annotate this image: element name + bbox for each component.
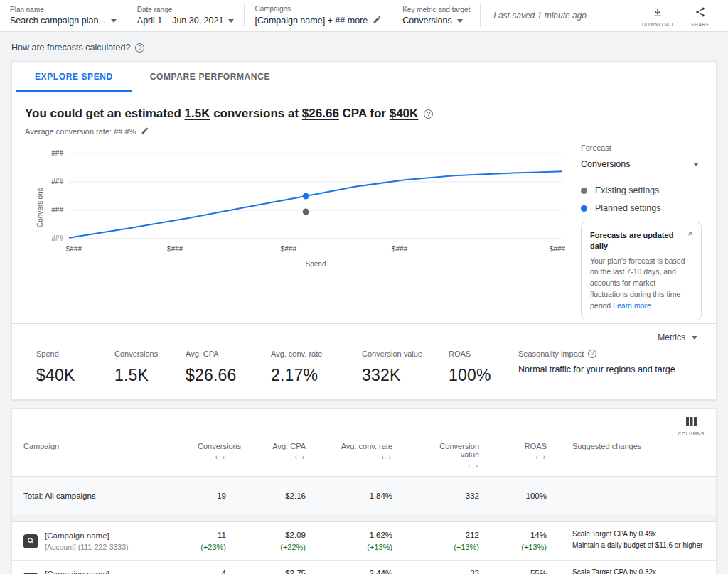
cell-roas: 55% <box>508 569 547 574</box>
metric-roas: ROAS 100% <box>449 350 518 385</box>
tab-explore-spend[interactable]: EXPLORE SPEND <box>16 62 132 92</box>
learn-more-link[interactable]: Learn more <box>613 301 651 310</box>
headline-spend: $40K <box>390 107 419 120</box>
edit-pencil-icon[interactable] <box>373 15 382 26</box>
table-row-total: Total: All campaigns 19 $2.16 1.84% 332 … <box>12 477 717 514</box>
x-axis-tick: $### <box>167 245 183 253</box>
help-icon[interactable]: ? <box>588 350 596 358</box>
help-icon[interactable]: ? <box>135 43 144 53</box>
forecast-chart <box>69 153 562 239</box>
campaigns-table-card: COLUMNS Campaign Conversions‹ › Avg. CPA… <box>11 408 717 574</box>
forecast-help-row: How are forecasts calculated? ? <box>0 32 728 61</box>
legend-label: Planned settings <box>595 203 660 213</box>
cell-avg-conv-rate: 1.62% <box>334 531 392 539</box>
y-axis-tick: ### <box>39 178 63 185</box>
sort-icon[interactable]: ‹ › <box>198 453 226 461</box>
column-header-conversions[interactable]: Conversions‹ › <box>186 438 243 477</box>
forecast-panel: Forecast Conversions Existing settings P… <box>562 144 705 320</box>
x-axis-tick: $### <box>392 245 407 253</box>
x-axis-title: Spend <box>69 255 562 278</box>
metric-label: ROAS <box>449 350 518 358</box>
y-axis-tick: ### <box>39 206 63 214</box>
headline-cpa: $26.66 <box>302 107 339 120</box>
x-axis-tick: $### <box>550 245 565 253</box>
legend-label: Existing settings <box>595 185 659 195</box>
table-row: [Campaign name] [Account] (111-222-3333)… <box>12 561 717 574</box>
chart-x-ticks: $###$###$###$###$### <box>69 245 562 255</box>
share-button-label: SHARE <box>691 22 710 27</box>
column-header-avg-conv-rate[interactable]: Avg. conv. rate‹ › <box>323 438 410 477</box>
column-header-avg-cpa[interactable]: Avg. CPA‹ › <box>243 438 323 477</box>
cell-avg-cpa: $2.75 <box>255 569 306 574</box>
metrics-menu-button[interactable]: Metrics <box>658 332 697 342</box>
forecast-headline: You could get an estimated 1.5K conversi… <box>12 92 716 125</box>
columns-button[interactable]: COLUMNS <box>678 416 705 436</box>
metrics-menu-label: Metrics <box>658 332 685 342</box>
total-label: Total: All campaigns <box>23 492 96 500</box>
y-axis-tick: ### <box>39 149 63 157</box>
chevron-down-icon <box>693 163 699 166</box>
sort-icon[interactable]: ‹ › <box>508 453 547 461</box>
tab-compare-performance[interactable]: COMPARE PERFORMANCE <box>132 62 289 92</box>
total-conversion-value: 332 <box>466 492 479 500</box>
metric-value: $40K <box>36 366 114 385</box>
edit-pencil-icon[interactable] <box>141 126 149 136</box>
forecast-info-box: Forecasts are updated daily × Your plan'… <box>581 222 702 320</box>
share-icon <box>695 6 706 21</box>
x-axis-tick: $### <box>281 245 296 253</box>
sort-icon[interactable]: ‹ › <box>334 453 392 461</box>
download-button[interactable]: DOWNLOAD <box>638 5 677 27</box>
metric-value: 2.17% <box>271 366 362 385</box>
column-header-suggested-changes: Suggested changes <box>564 438 717 477</box>
existing-settings-point[interactable] <box>303 209 309 215</box>
cell-delta: (+13%) <box>334 543 392 551</box>
cell-avg-conv-rate: 2.44% <box>334 569 392 574</box>
campaigns-value: [Campaign name] + ## more <box>255 16 368 26</box>
column-header-conversion-value[interactable]: Conversion value‹ › <box>410 438 496 477</box>
seasonality-value: Normal traffic for your regions and targ… <box>518 364 705 374</box>
total-conversions: 19 <box>217 492 226 500</box>
suggested-change: Scale Target CPA by 0.49x <box>572 529 712 541</box>
campaign-name[interactable]: [Campaign name] <box>45 570 129 574</box>
y-axis-tick: ### <box>39 234 63 242</box>
sort-icon[interactable]: ‹ › <box>421 462 479 470</box>
column-header-roas[interactable]: ROAS‹ › <box>496 438 564 477</box>
cell-delta: (+13%) <box>421 543 479 551</box>
metric-value: $26.66 <box>186 366 271 385</box>
key-metric-field[interactable]: Key metric and target Conversions <box>402 6 470 26</box>
search-campaign-icon[interactable] <box>23 534 38 548</box>
chart-plot: ############ <box>69 153 562 239</box>
date-range-field[interactable]: Date range April 1 – Jun 30, 2021 <box>137 6 235 26</box>
campaigns-field[interactable]: Campaigns [Campaign name] + ## more <box>255 5 382 26</box>
table-spacer <box>12 514 717 522</box>
suggested-change: Maintain a daily budget of $11.6 or high… <box>572 540 712 552</box>
planned-settings-point[interactable] <box>303 193 309 200</box>
table-toolbar: COLUMNS <box>12 409 716 438</box>
campaign-name[interactable]: [Campaign name] <box>45 531 129 540</box>
metric-label: Avg. CPA <box>186 350 271 358</box>
help-icon[interactable]: ? <box>424 109 433 119</box>
metric-spend: Spend $40K <box>36 350 114 385</box>
topbar: Plan name Search campaign plan... Date r… <box>0 0 728 32</box>
date-range-value: April 1 – Jun 30, 2021 <box>137 16 224 26</box>
chevron-down-icon <box>228 19 234 23</box>
sort-icon[interactable]: ‹ › <box>255 453 306 461</box>
cell-delta: (+13%) <box>508 543 547 551</box>
metric-label: Spend <box>36 350 114 358</box>
plan-name-field[interactable]: Plan name Search campaign plan... <box>10 6 117 26</box>
headline-conversions: 1.5K <box>185 107 210 120</box>
metric-conversions: Conversions 1.5K <box>114 350 186 385</box>
date-range-label: Date range <box>137 6 235 13</box>
forecast-metric-select[interactable]: Conversions <box>581 157 702 175</box>
close-icon[interactable]: × <box>687 229 693 238</box>
columns-button-label: COLUMNS <box>678 431 705 436</box>
last-saved-text: Last saved 1 minute ago <box>493 11 587 21</box>
suggested-change: Scale Target CPA by 0.32x <box>572 567 712 574</box>
key-metric-label: Key metric and target <box>402 6 470 13</box>
x-axis-tick: $### <box>66 245 82 253</box>
metric-label: Avg. conv. rate <box>271 350 362 358</box>
table-row: [Campaign name] [Account] (111-222-3333)… <box>12 522 717 561</box>
campaigns-label: Campaigns <box>255 5 382 13</box>
share-button[interactable]: SHARE <box>681 5 719 27</box>
metric-avg-cpa: Avg. CPA $26.66 <box>186 350 271 385</box>
